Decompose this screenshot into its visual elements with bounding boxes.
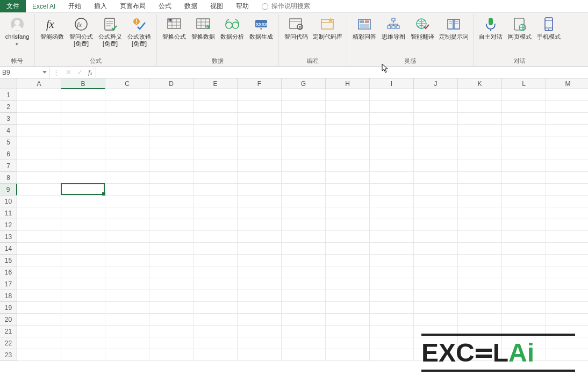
cell-A19[interactable] [17, 302, 61, 314]
cell-A13[interactable] [17, 231, 61, 243]
fx-icon[interactable]: fx [88, 68, 92, 77]
cell-J13[interactable] [414, 231, 458, 243]
menu-help[interactable]: 帮助 [230, 0, 255, 12]
cell-M7[interactable] [546, 160, 588, 172]
cell-I13[interactable] [370, 231, 414, 243]
cell-A18[interactable] [17, 290, 61, 302]
cell-A4[interactable] [17, 125, 61, 136]
cell-C8[interactable] [105, 172, 149, 184]
col-header-J[interactable]: J [414, 78, 458, 89]
cell-B10[interactable] [61, 196, 105, 207]
cell-G22[interactable] [282, 337, 326, 349]
cell-K6[interactable] [458, 148, 502, 160]
cell-F7[interactable] [238, 160, 282, 172]
cell-C6[interactable] [105, 148, 149, 160]
cell-I18[interactable] [370, 290, 414, 302]
row-header-22[interactable]: 22 [0, 337, 17, 349]
cell-C1[interactable] [105, 89, 149, 101]
col-header-L[interactable]: L [502, 78, 546, 89]
cell-H5[interactable] [326, 136, 370, 148]
row-header-2[interactable]: 2 [0, 101, 17, 113]
cell-D23[interactable] [149, 349, 193, 361]
row-header-8[interactable]: 8 [0, 172, 17, 184]
cell-F14[interactable] [238, 243, 282, 255]
cell-J4[interactable] [414, 125, 458, 136]
cell-E7[interactable] [193, 160, 238, 172]
cell-E5[interactable] [193, 136, 238, 148]
cell-I12[interactable] [370, 219, 414, 231]
cell-I3[interactable] [370, 113, 414, 125]
cell-F8[interactable] [238, 172, 282, 184]
row-header-18[interactable]: 18 [0, 290, 17, 302]
cell-E21[interactable] [193, 326, 238, 337]
row-header-19[interactable]: 19 [0, 302, 17, 314]
cell-M14[interactable] [546, 243, 588, 255]
menu-page-layout[interactable]: 页面布局 [113, 0, 152, 12]
cell-E23[interactable] [193, 349, 238, 361]
cell-M6[interactable] [546, 148, 588, 160]
menu-view[interactable]: 视图 [204, 0, 230, 12]
cell-A14[interactable] [17, 243, 61, 255]
cell-E3[interactable] [193, 113, 238, 125]
cell-A20[interactable] [17, 314, 61, 326]
row-header-10[interactable]: 10 [0, 196, 17, 207]
cell-D5[interactable] [149, 136, 193, 148]
cell-D14[interactable] [149, 243, 193, 255]
cell-B6[interactable] [61, 148, 105, 160]
smart-swap-data-button[interactable]: 智换数据 [189, 15, 217, 48]
select-all-corner[interactable] [0, 78, 17, 89]
row-header-4[interactable]: 4 [0, 125, 17, 136]
cell-M16[interactable] [546, 266, 588, 278]
menu-file[interactable]: 文件 [0, 0, 26, 12]
cell-M18[interactable] [546, 290, 588, 302]
cell-G5[interactable] [282, 136, 326, 148]
cell-E12[interactable] [193, 219, 238, 231]
cell-G2[interactable] [282, 101, 326, 113]
cell-K11[interactable] [458, 207, 502, 219]
row-header-5[interactable]: 5 [0, 136, 17, 148]
cell-M5[interactable] [546, 136, 588, 148]
smart-function-button[interactable]: fx 智能函数 [38, 15, 66, 48]
cell-J18[interactable] [414, 290, 458, 302]
row-header-14[interactable]: 14 [0, 243, 17, 255]
cell-M1[interactable] [546, 89, 588, 101]
cell-J9[interactable] [414, 184, 458, 196]
cell-A16[interactable] [17, 266, 61, 278]
cell-G15[interactable] [282, 255, 326, 266]
cell-H18[interactable] [326, 290, 370, 302]
cell-J14[interactable] [414, 243, 458, 255]
cell-B20[interactable] [61, 314, 105, 326]
cell-G14[interactable] [282, 243, 326, 255]
cell-G23[interactable] [282, 349, 326, 361]
cell-L19[interactable] [502, 302, 546, 314]
col-header-K[interactable]: K [458, 78, 502, 89]
cell-F5[interactable] [238, 136, 282, 148]
cell-M13[interactable] [546, 231, 588, 243]
cell-J16[interactable] [414, 266, 458, 278]
row-header-1[interactable]: 1 [0, 89, 17, 101]
row-header-16[interactable]: 16 [0, 266, 17, 278]
cell-K3[interactable] [458, 113, 502, 125]
cell-I21[interactable] [370, 326, 414, 337]
cell-D2[interactable] [149, 101, 193, 113]
cell-A21[interactable] [17, 326, 61, 337]
cell-I7[interactable] [370, 160, 414, 172]
cell-J10[interactable] [414, 196, 458, 207]
mobile-mode-button[interactable]: 手机模式 [535, 15, 563, 48]
cell-E20[interactable] [193, 314, 238, 326]
name-box[interactable]: B9 [0, 67, 49, 78]
custom-prompt-button[interactable]: 定制提示词 [438, 15, 470, 48]
cell-G11[interactable] [282, 207, 326, 219]
cell-D16[interactable] [149, 266, 193, 278]
cell-J12[interactable] [414, 219, 458, 231]
cell-F17[interactable] [238, 278, 282, 290]
cell-G19[interactable] [282, 302, 326, 314]
cell-B15[interactable] [61, 255, 105, 266]
cell-H17[interactable] [326, 278, 370, 290]
cell-J6[interactable] [414, 148, 458, 160]
row-header-13[interactable]: 13 [0, 231, 17, 243]
cell-K7[interactable] [458, 160, 502, 172]
cell-K2[interactable] [458, 101, 502, 113]
cell-H8[interactable] [326, 172, 370, 184]
cell-F15[interactable] [238, 255, 282, 266]
